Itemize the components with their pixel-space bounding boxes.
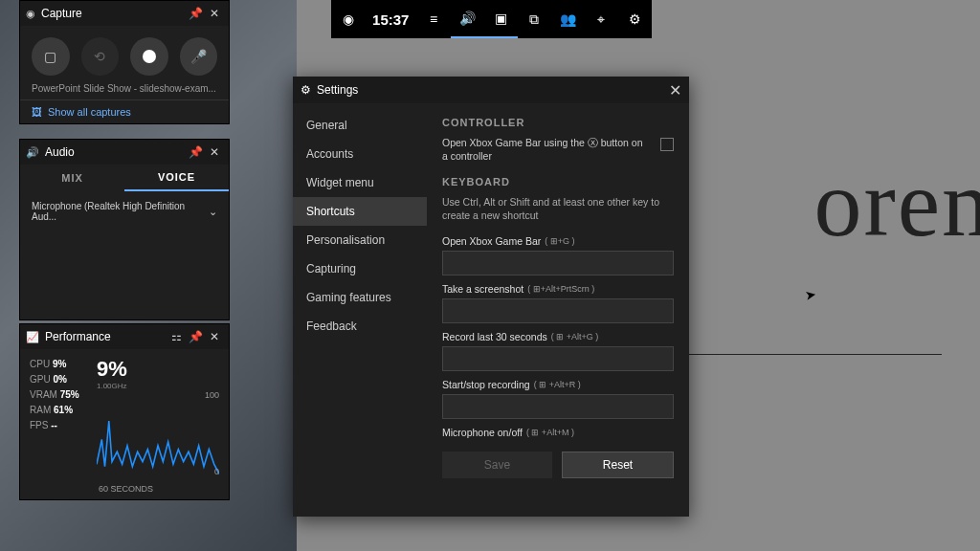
nav-capturing[interactable]: Capturing (293, 254, 427, 283)
capture-title: Capture (41, 7, 185, 20)
nav-personalisation[interactable]: Personalisation (293, 226, 427, 254)
cursor-icon: ➤ (804, 286, 818, 303)
record-input[interactable] (442, 394, 674, 419)
pin-icon[interactable]: 📌 (187, 5, 204, 22)
cpu-percent: 9% (97, 357, 219, 382)
mouse-icon[interactable]: ⌖ (585, 0, 618, 38)
volume-icon[interactable]: 🔊 (451, 0, 484, 38)
nav-widget-menu[interactable]: Widget menu (293, 168, 427, 197)
mic-label: Microphone on/off (442, 427, 523, 438)
capture-panel: ◉ Capture 📌 ✕ ▢ ⟲ 🎤 PowerPoint Slide Sho… (19, 0, 230, 124)
controller-checkbox[interactable] (660, 138, 674, 151)
speaker-icon: 🔊 (26, 146, 39, 159)
controller-text: Open Xbox Game Bar using the ⓧ button on… (442, 136, 651, 163)
pin-icon[interactable]: 📌 (187, 143, 204, 161)
record-label: Start/stop recording (442, 379, 530, 390)
close-icon[interactable]: ✕ (669, 81, 681, 99)
screenshot-button[interactable]: ▢ (32, 37, 70, 76)
tab-voice[interactable]: VOICE (124, 165, 229, 191)
settings-nav: General Accounts Widget menu Shortcuts P… (293, 103, 427, 517)
reset-button[interactable]: Reset (562, 452, 674, 478)
open-gamebar-input[interactable] (442, 251, 674, 276)
save-button[interactable]: Save (442, 452, 552, 478)
options-icon[interactable]: ⚏ (167, 328, 185, 345)
nav-shortcuts[interactable]: Shortcuts (293, 197, 427, 226)
close-icon[interactable]: ✕ (206, 143, 223, 161)
tab-mix[interactable]: MIX (20, 165, 124, 191)
mic-shortcut: ( ⊞ +Alt+M ) (526, 428, 574, 437)
record-last-button[interactable]: ⟲ (81, 37, 120, 76)
screenshot-label: Take a screenshot (442, 283, 523, 295)
controller-heading: CONTROLLER (442, 117, 674, 128)
audio-title: Audio (45, 145, 185, 159)
keyboard-hint: Use Ctrl, Alt or Shift and at least one … (442, 195, 674, 222)
screenshot-input[interactable] (442, 298, 674, 323)
close-icon[interactable]: ✕ (206, 328, 223, 345)
record-last-shortcut: ( ⊞ +Alt+G ) (551, 332, 599, 342)
record-shortcut: ( ⊞ +Alt+R ) (534, 380, 581, 389)
open-gamebar-label: Open Xbox Game Bar (442, 235, 541, 247)
nav-gaming-features[interactable]: Gaming features (293, 283, 427, 312)
axis-top: 100 (205, 390, 219, 400)
screenshot-shortcut: ( ⊞+Alt+PrtScrn ) (527, 284, 594, 294)
close-icon[interactable]: ✕ (206, 5, 223, 22)
keyboard-heading: KEYBOARD (442, 176, 674, 187)
game-bar-topbar: ◉ 15:37 ≡ 🔊 ▣ ⧉ 👥 ⌖ ⚙ (331, 0, 652, 38)
show-all-captures-link[interactable]: 🖼 Show all captures (20, 99, 229, 123)
gallery-icon: 🖼 (32, 106, 42, 118)
camera-icon: ◉ (26, 8, 35, 20)
chevron-down-icon[interactable]: ⌄ (209, 206, 217, 218)
mic-button[interactable]: 🎤 (180, 37, 218, 76)
perf-axis-label: 60 SECONDS (20, 484, 229, 499)
cpu-ghz: 1.00GHz (97, 382, 219, 390)
background-presentation-text: orem (814, 148, 980, 258)
settings-window: ⚙ Settings ✕ General Accounts Widget men… (293, 77, 689, 517)
record-button[interactable] (130, 37, 168, 76)
nav-general[interactable]: General (293, 111, 427, 140)
nav-accounts[interactable]: Accounts (293, 140, 427, 168)
xbox-icon[interactable]: ◉ (331, 0, 365, 38)
social-icon[interactable]: 👥 (551, 0, 585, 38)
settings-icon[interactable]: ⚙ (618, 0, 652, 38)
nav-feedback[interactable]: Feedback (293, 312, 427, 341)
record-last-input[interactable] (442, 346, 674, 371)
audio-device-label: Microphone (Realtek High Definition Aud.… (32, 201, 209, 222)
settings-title: ⚙ Settings (301, 83, 669, 97)
record-last-label: Record last 30 seconds (442, 331, 547, 342)
gear-icon: ⚙ (301, 83, 311, 97)
pin-icon[interactable]: 📌 (187, 328, 204, 345)
xbox-icon: ⓧ (588, 137, 598, 148)
audio-panel: 🔊 Audio 📌 ✕ MIX VOICE Microphone (Realte… (19, 139, 230, 320)
widget-menu-icon[interactable]: ≡ (416, 0, 450, 38)
performance-title: Performance (45, 330, 166, 343)
performance-icon[interactable]: ⧉ (518, 0, 551, 38)
axis-bottom: 0 (214, 467, 219, 476)
open-gamebar-shortcut: ( ⊞+G ) (545, 236, 574, 246)
capture-subtitle: PowerPoint Slide Show - slideshow-exam..… (20, 83, 229, 99)
clock: 15:37 (365, 11, 416, 28)
perf-icon: 📈 (26, 331, 39, 343)
perf-chart: 100 0 (97, 390, 219, 476)
capture-icon[interactable]: ▣ (484, 0, 518, 38)
performance-panel: 📈 Performance ⚏ 📌 ✕ CPU 9% GPU 0% VRAM 7… (19, 323, 230, 500)
show-all-captures-label: Show all captures (48, 106, 131, 118)
perf-stats: CPU 9% GPU 0% VRAM 75% RAM 61% FPS -- (30, 357, 97, 476)
